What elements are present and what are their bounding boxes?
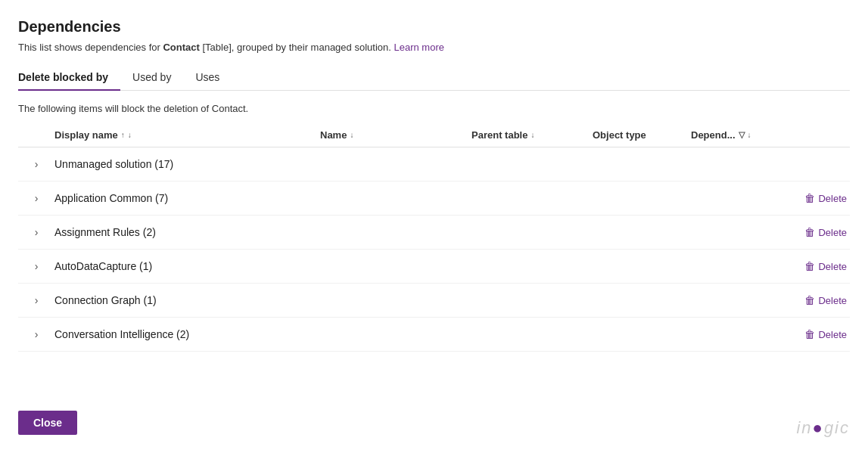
table-header: Display name ↑ ↓ Name ↓ Parent table ↓ O… [18,123,850,147]
tabs-container: Delete blocked by Used by Uses [18,65,850,91]
page-title: Dependencies [18,18,850,36]
table-row-group-1: › Unmanaged solution (17) [18,147,850,182]
expand-button-4[interactable]: › [18,260,54,272]
tab-delete-blocked-by[interactable]: Delete blocked by [18,65,120,91]
row-label-6: Conversation Intelligence (2) [54,328,320,340]
table-row-group-5: › Connection Graph (1) 🗑 Delete [18,284,850,318]
trash-icon-3: 🗑 [804,226,815,238]
table-row-group-2: › Application Common (7) 🗑 Delete [18,182,850,216]
trash-icon-6: 🗑 [804,328,815,340]
subtitle-suffix: , grouped by their managed solution. [232,42,391,53]
row-label-4: AutoDataCapture (1) [54,260,320,272]
row-action-6[interactable]: 🗑 Delete [782,327,850,342]
delete-button-2[interactable]: 🗑 Delete [801,191,850,206]
section-description: The following items will block the delet… [18,103,850,114]
header-object-type[interactable]: Object type [593,129,691,141]
header-depend[interactable]: Depend... ▽ ↓ [691,129,782,141]
row-label-3: Assignment Rules (2) [54,226,320,238]
row-label-1: Unmanaged solution (17) [54,158,320,170]
expand-button-5[interactable]: › [18,294,54,306]
table-row-group-6: › Conversation Intelligence (2) 🗑 Delete [18,318,850,352]
row-action-3[interactable]: 🗑 Delete [782,225,850,240]
delete-button-6[interactable]: 🗑 Delete [801,327,850,342]
trash-icon-2: 🗑 [804,192,815,204]
sort-desc-icon: ↓ [128,131,132,139]
row-label-5: Connection Graph (1) [54,294,320,306]
tab-uses[interactable]: Uses [183,65,232,91]
table-row-group-3: › Assignment Rules (2) 🗑 Delete [18,216,850,250]
table-row: › Unmanaged solution (17) [18,147,850,181]
expand-button-1[interactable]: › [18,158,54,170]
parent-table-sort-icon: ↓ [530,131,534,139]
close-button[interactable]: Close [18,411,77,435]
table-row: › Connection Graph (1) 🗑 Delete [18,284,850,317]
expand-button-2[interactable]: › [18,192,54,204]
header-parent-table[interactable]: Parent table ↓ [471,129,593,141]
header-display-name[interactable]: Display name ↑ ↓ [54,129,320,141]
row-action-4[interactable]: 🗑 Delete [782,259,850,274]
sort-asc-icon: ↑ [121,131,125,139]
page-subtitle: This list shows dependencies for Contact… [18,42,850,53]
trash-icon-5: 🗑 [804,294,815,306]
tab-used-by[interactable]: Used by [120,65,183,91]
depend-filter-icon: ▽ [739,130,745,140]
depend-sort-icon: ↓ [748,131,751,139]
name-sort-icon: ↓ [350,131,353,139]
watermark-dot: ● [813,418,824,437]
watermark: in●gic [796,418,850,438]
row-action-2[interactable]: 🗑 Delete [782,191,850,206]
delete-button-5[interactable]: 🗑 Delete [801,293,850,308]
delete-button-4[interactable]: 🗑 Delete [801,259,850,274]
table-row: › Application Common (7) 🗑 Delete [18,182,850,215]
table-row-group-4: › AutoDataCapture (1) 🗑 Delete [18,250,850,284]
entity-type: [Table] [203,42,232,53]
table-row: › AutoDataCapture (1) 🗑 Delete [18,250,850,283]
delete-button-3[interactable]: 🗑 Delete [801,225,850,240]
learn-more-link[interactable]: Learn more [394,42,443,53]
trash-icon-4: 🗑 [804,260,815,272]
expand-button-6[interactable]: › [18,328,54,340]
header-name[interactable]: Name ↓ [320,129,471,141]
entity-name: Contact [163,42,199,53]
expand-button-3[interactable]: › [18,226,54,238]
row-label-2: Application Common (7) [54,192,320,204]
subtitle-prefix: This list shows dependencies for [18,42,163,53]
row-action-5[interactable]: 🗑 Delete [782,293,850,308]
table-row: › Assignment Rules (2) 🗑 Delete [18,216,850,249]
table-row: › Conversation Intelligence (2) 🗑 Delete [18,318,850,351]
